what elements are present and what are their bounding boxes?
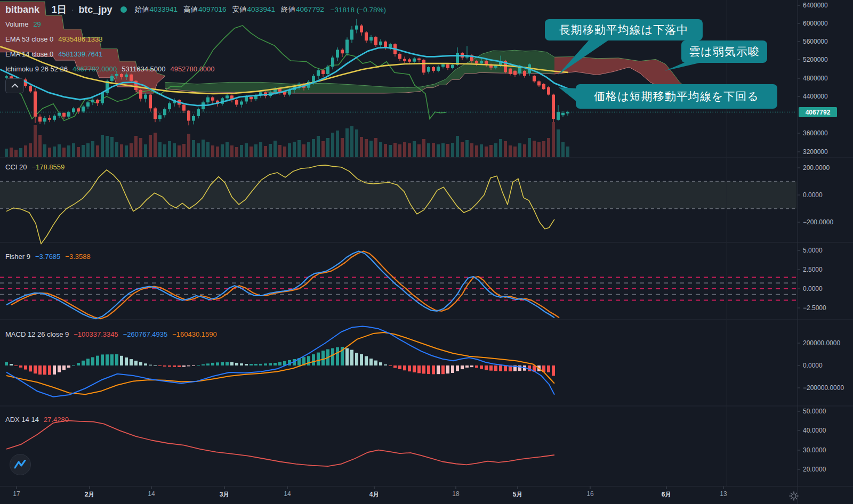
volume-bar — [96, 145, 99, 157]
candle-body — [211, 97, 214, 101]
volume-bar — [427, 143, 430, 157]
macd-histogram-bar — [379, 362, 382, 365]
volume-bar — [413, 141, 416, 157]
candle-body — [48, 118, 51, 119]
volume-bar — [240, 145, 243, 157]
candle-body — [5, 76, 8, 78]
macd-histogram-bar — [485, 365, 488, 370]
volume-bar — [221, 144, 224, 157]
macd-histogram-bar — [456, 365, 459, 371]
candle-body — [547, 87, 550, 95]
macd-histogram-bar — [82, 361, 85, 365]
volume-bar — [125, 145, 128, 157]
candle-body — [374, 37, 377, 45]
volume-bar — [158, 142, 162, 157]
volume-bar — [365, 139, 368, 157]
macd-histogram-bar — [494, 365, 497, 371]
volume-bar — [408, 143, 411, 157]
macd-histogram-bar — [254, 364, 257, 365]
candle-body — [451, 65, 454, 68]
macd-histogram-bar — [168, 365, 171, 367]
candle-body — [331, 58, 334, 67]
volume-bar — [254, 144, 257, 157]
candle-body — [158, 115, 162, 119]
candle-body — [149, 95, 152, 109]
candle-body — [154, 108, 157, 119]
candle-body — [115, 74, 118, 76]
volume-bar — [422, 139, 425, 157]
volume-bar — [144, 144, 147, 157]
candle-body — [513, 71, 517, 75]
volume-bar — [5, 149, 8, 157]
macd-histogram-bar — [307, 356, 310, 365]
macd-histogram-bar — [197, 365, 200, 365]
macd-histogram-bar — [120, 356, 123, 365]
volume-bar — [293, 142, 296, 157]
volume-bar — [168, 141, 171, 157]
tradingview-logo[interactable] — [10, 454, 31, 475]
volume-bar — [461, 142, 464, 157]
volume-bar — [173, 143, 176, 157]
symbol-name[interactable]: btc_jpy — [78, 4, 112, 15]
macd-histogram-bar — [139, 362, 142, 365]
macd-histogram-bar — [422, 365, 425, 373]
macd-histogram-bar — [331, 348, 334, 365]
chart-canvas[interactable] — [0, 0, 853, 504]
macd-histogram-bar — [115, 354, 118, 365]
volume-bar — [470, 143, 473, 157]
volume-bar — [523, 144, 526, 157]
volume-bar — [317, 136, 320, 157]
candle-body — [369, 37, 373, 40]
volume-bar — [250, 147, 253, 157]
candle-body — [350, 30, 353, 40]
macd-histogram-bar — [91, 357, 94, 365]
volume-bar — [163, 144, 166, 157]
gear-icon — [789, 491, 799, 501]
volume-bar — [62, 148, 66, 157]
macd-histogram-bar — [273, 363, 277, 365]
candle-body — [53, 116, 56, 120]
volume-bar — [139, 138, 142, 157]
macd-histogram-bar — [269, 363, 272, 365]
volume-bar — [53, 147, 56, 157]
volume-bar — [264, 146, 267, 157]
macd-histogram-bar — [206, 363, 210, 365]
macd-histogram-bar — [317, 353, 320, 365]
macd-histogram-bar — [446, 365, 449, 373]
macd-histogram-bar — [259, 364, 262, 365]
interval-label[interactable]: 1日 — [52, 3, 67, 16]
macd-histogram-bar — [413, 365, 416, 372]
volume-bar — [355, 129, 358, 157]
macd-histogram-bar — [202, 364, 205, 365]
volume-bar — [273, 141, 277, 157]
volume-bar — [110, 137, 114, 157]
candle-body — [168, 103, 171, 109]
macd-histogram-bar — [475, 365, 478, 368]
timezone-settings-button[interactable] — [788, 490, 800, 502]
macd-histogram-bar — [34, 365, 37, 373]
ichimoku-cloud — [165, 50, 554, 93]
macd-histogram-bar — [312, 354, 315, 365]
volume-bar — [178, 145, 181, 157]
legend-collapse-button[interactable] — [5, 78, 24, 93]
exchange-name[interactable]: bitbank — [5, 4, 39, 15]
mountain-chart-icon — [14, 460, 26, 469]
candle-body — [398, 54, 401, 59]
volume-bar — [226, 142, 229, 157]
macd-histogram-bar — [278, 362, 281, 365]
volume-bar — [456, 136, 459, 157]
volume-bar — [312, 139, 315, 157]
candle-body — [441, 64, 445, 67]
macd-histogram-bar — [211, 363, 214, 365]
candle-body — [144, 95, 147, 99]
adx-line — [6, 420, 554, 466]
volume-bar — [288, 143, 291, 157]
candle-body — [182, 104, 186, 110]
volume-bar — [302, 144, 305, 157]
macd-histogram-bar — [345, 348, 349, 365]
candle-body — [427, 67, 430, 72]
macd-histogram-bar — [125, 357, 128, 365]
volume-bar — [509, 145, 512, 157]
volume-bar — [485, 147, 488, 157]
macd-histogram-bar — [489, 365, 493, 371]
